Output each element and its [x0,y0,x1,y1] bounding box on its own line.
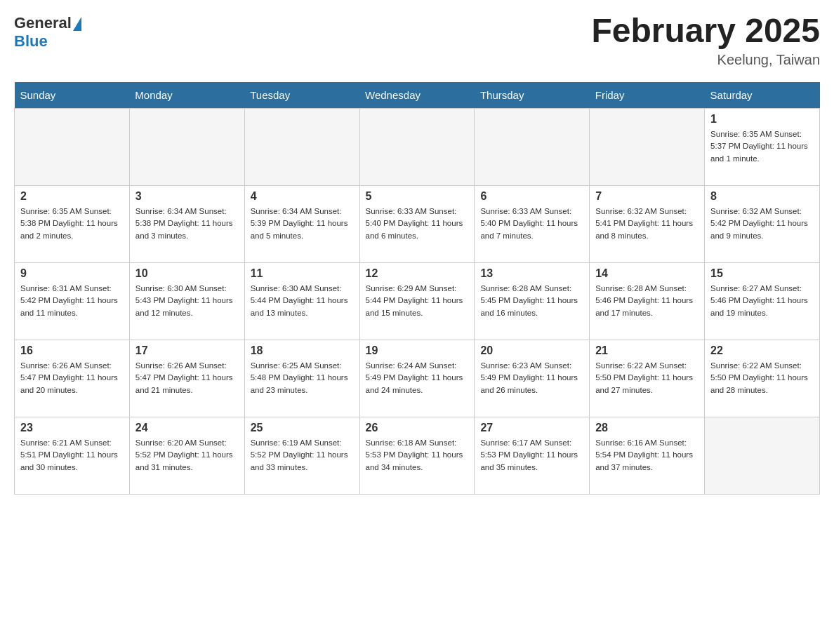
calendar-row: 16Sunrise: 6:26 AM Sunset: 5:47 PM Dayli… [15,340,820,417]
day-info: Sunrise: 6:22 AM Sunset: 5:50 PM Dayligh… [710,360,814,396]
col-wednesday: Wednesday [359,82,475,109]
table-row: 9Sunrise: 6:31 AM Sunset: 5:42 PM Daylig… [15,263,130,340]
day-number: 14 [595,267,699,280]
day-number: 20 [480,344,583,357]
table-row: 22Sunrise: 6:22 AM Sunset: 5:50 PM Dayli… [705,340,820,417]
table-row: 27Sunrise: 6:17 AM Sunset: 5:53 PM Dayli… [475,417,590,495]
table-row [475,109,590,186]
day-info: Sunrise: 6:23 AM Sunset: 5:49 PM Dayligh… [480,360,583,396]
calendar-body: 1Sunrise: 6:35 AM Sunset: 5:37 PM Daylig… [15,109,820,495]
col-monday: Monday [129,82,244,109]
table-row: 10Sunrise: 6:30 AM Sunset: 5:43 PM Dayli… [129,263,244,340]
day-number: 6 [480,190,583,203]
col-friday: Friday [590,82,705,109]
calendar-row: 9Sunrise: 6:31 AM Sunset: 5:42 PM Daylig… [15,263,820,340]
day-info: Sunrise: 6:27 AM Sunset: 5:46 PM Dayligh… [710,283,814,319]
day-info: Sunrise: 6:17 AM Sunset: 5:53 PM Dayligh… [480,437,583,474]
col-saturday: Saturday [705,82,820,109]
day-number: 26 [366,422,469,434]
day-info: Sunrise: 6:28 AM Sunset: 5:45 PM Dayligh… [480,283,583,319]
day-number: 25 [251,422,354,434]
day-number: 9 [20,267,124,280]
day-info: Sunrise: 6:24 AM Sunset: 5:49 PM Dayligh… [366,360,469,396]
day-info: Sunrise: 6:22 AM Sunset: 5:50 PM Dayligh… [595,360,699,396]
day-info: Sunrise: 6:35 AM Sunset: 5:38 PM Dayligh… [20,206,124,242]
table-row: 16Sunrise: 6:26 AM Sunset: 5:47 PM Dayli… [15,340,130,417]
day-number: 24 [135,422,239,434]
table-row: 13Sunrise: 6:28 AM Sunset: 5:45 PM Dayli… [475,263,590,340]
table-row [129,109,244,186]
month-title: February 2025 [591,14,820,48]
day-info: Sunrise: 6:25 AM Sunset: 5:48 PM Dayligh… [251,360,354,396]
table-row [244,109,359,186]
calendar-row: 1Sunrise: 6:35 AM Sunset: 5:37 PM Daylig… [15,109,820,186]
day-info: Sunrise: 6:31 AM Sunset: 5:42 PM Dayligh… [20,283,124,319]
table-row: 6Sunrise: 6:33 AM Sunset: 5:40 PM Daylig… [475,186,590,263]
table-row: 24Sunrise: 6:20 AM Sunset: 5:52 PM Dayli… [129,417,244,495]
day-info: Sunrise: 6:26 AM Sunset: 5:47 PM Dayligh… [135,360,239,396]
day-number: 18 [251,344,354,357]
day-number: 7 [595,190,699,203]
table-row: 2Sunrise: 6:35 AM Sunset: 5:38 PM Daylig… [15,186,130,263]
logo-general-text: General [14,14,72,32]
table-row: 17Sunrise: 6:26 AM Sunset: 5:47 PM Dayli… [129,340,244,417]
day-info: Sunrise: 6:16 AM Sunset: 5:54 PM Dayligh… [595,437,699,474]
day-number: 8 [710,190,814,203]
calendar-row: 23Sunrise: 6:21 AM Sunset: 5:51 PM Dayli… [15,417,820,495]
day-number: 11 [251,267,354,280]
day-info: Sunrise: 6:32 AM Sunset: 5:41 PM Dayligh… [595,206,699,242]
table-row: 21Sunrise: 6:22 AM Sunset: 5:50 PM Dayli… [590,340,705,417]
logo: General Blue [14,14,83,51]
table-row: 23Sunrise: 6:21 AM Sunset: 5:51 PM Dayli… [15,417,130,495]
table-row: 8Sunrise: 6:32 AM Sunset: 5:42 PM Daylig… [705,186,820,263]
day-info: Sunrise: 6:33 AM Sunset: 5:40 PM Dayligh… [480,206,583,242]
day-info: Sunrise: 6:34 AM Sunset: 5:38 PM Dayligh… [135,206,239,242]
day-number: 22 [710,344,814,357]
logo-triangle-icon [72,17,81,32]
day-number: 3 [135,190,239,203]
calendar-header: Sunday Monday Tuesday Wednesday Thursday… [15,82,820,109]
day-number: 27 [480,422,583,434]
logo-blue-text: Blue [14,32,48,50]
day-info: Sunrise: 6:19 AM Sunset: 5:52 PM Dayligh… [251,437,354,474]
day-number: 23 [20,422,124,434]
day-info: Sunrise: 6:29 AM Sunset: 5:44 PM Dayligh… [366,283,469,319]
day-number: 15 [710,267,814,280]
calendar-table: Sunday Monday Tuesday Wednesday Thursday… [14,82,820,495]
table-row: 15Sunrise: 6:27 AM Sunset: 5:46 PM Dayli… [705,263,820,340]
table-row: 7Sunrise: 6:32 AM Sunset: 5:41 PM Daylig… [590,186,705,263]
col-thursday: Thursday [475,82,590,109]
location-text: Keelung, Taiwan [591,52,820,68]
table-row: 20Sunrise: 6:23 AM Sunset: 5:49 PM Dayli… [475,340,590,417]
day-number: 2 [20,190,124,203]
table-row: 5Sunrise: 6:33 AM Sunset: 5:40 PM Daylig… [359,186,475,263]
table-row: 25Sunrise: 6:19 AM Sunset: 5:52 PM Dayli… [244,417,359,495]
day-number: 5 [366,190,469,203]
day-info: Sunrise: 6:30 AM Sunset: 5:44 PM Dayligh… [251,283,354,319]
day-info: Sunrise: 6:21 AM Sunset: 5:51 PM Dayligh… [20,437,124,474]
day-number: 1 [710,113,814,126]
day-info: Sunrise: 6:28 AM Sunset: 5:46 PM Dayligh… [595,283,699,319]
table-row: 3Sunrise: 6:34 AM Sunset: 5:38 PM Daylig… [129,186,244,263]
table-row [705,417,820,495]
table-row: 11Sunrise: 6:30 AM Sunset: 5:44 PM Dayli… [244,263,359,340]
table-row [590,109,705,186]
day-number: 16 [20,344,124,357]
col-tuesday: Tuesday [244,82,359,109]
calendar-row: 2Sunrise: 6:35 AM Sunset: 5:38 PM Daylig… [15,186,820,263]
table-row: 26Sunrise: 6:18 AM Sunset: 5:53 PM Dayli… [359,417,475,495]
table-row: 19Sunrise: 6:24 AM Sunset: 5:49 PM Dayli… [359,340,475,417]
day-number: 10 [135,267,239,280]
day-number: 4 [251,190,354,203]
table-row [359,109,475,186]
day-number: 28 [595,422,699,434]
day-number: 17 [135,344,239,357]
table-row: 12Sunrise: 6:29 AM Sunset: 5:44 PM Dayli… [359,263,475,340]
title-section: February 2025 Keelung, Taiwan [591,14,820,68]
day-number: 13 [480,267,583,280]
header-row: Sunday Monday Tuesday Wednesday Thursday… [15,82,820,109]
day-info: Sunrise: 6:32 AM Sunset: 5:42 PM Dayligh… [710,206,814,242]
page-header: General Blue February 2025 Keelung, Taiw… [14,14,820,68]
day-number: 19 [366,344,469,357]
table-row [15,109,130,186]
